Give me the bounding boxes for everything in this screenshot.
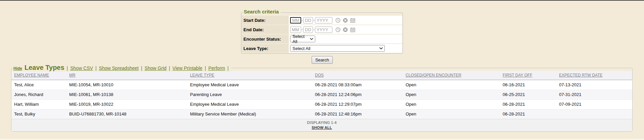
col-closed-open-encounter[interactable]: CLOSED/OPEN ENCOUNTER [403,71,500,80]
toolbar-separator: | [205,65,206,71]
start-date-year-input[interactable] [315,17,332,24]
cell-encounter: Open [403,109,500,119]
col-dos[interactable]: DOS [312,71,403,80]
cell-encounter: Open [403,80,500,90]
cell-employee-name: Jones, Richard [11,90,66,99]
leave-types-table: EMPLOYEE NAME MR LEAVE TYPE DOS CLOSED/O… [11,71,632,119]
leave-type-row: Leave Type: Select All [242,44,402,53]
start-date-label: Start Date: [242,16,289,25]
cell-expected-rtw [556,109,632,119]
leave-types-panel: Hide Leave Types | Show CSV | Show Sprea… [11,68,633,132]
end-date-month-input[interactable] [290,27,301,33]
table-footer: DISPLAYING 1-4 SHOW ALL [11,119,632,131]
cell-mr: BUID-U76881730, MR-10148 [66,109,187,119]
col-employee-name[interactable]: EMPLOYEE NAME [11,71,66,80]
cell-leave-type: Parenting Leave [187,90,312,99]
leave-types-title: Leave Types [25,64,64,72]
cell-employee-name: Test, Alice [11,80,66,90]
col-expected-rtw-date[interactable]: EXPECTED RTW DATE [556,71,632,80]
cell-employee-name: Test, Bulky [11,109,66,119]
show-spreadsheet-link[interactable]: Show Spreadsheet [99,65,139,71]
date-separator: - [302,18,303,22]
show-all-link[interactable]: SHOW ALL [312,126,332,130]
cell-encounter: Open [403,90,500,99]
cell-leave-type: Employee Medical Leave [187,80,312,90]
calendar-icon[interactable] [350,27,355,32]
date-separator: - [313,27,315,32]
cell-leave-type: Employee Medical Leave [187,99,312,109]
col-leave-type[interactable]: LEAVE TYPE [187,71,312,80]
search-criteria-fieldset: Search criteria Start Date: - - [241,12,403,54]
clear-icon[interactable] [343,18,348,23]
perform-link[interactable]: Perform [208,65,225,71]
leave-type-value: Select All [292,46,310,51]
show-csv-link[interactable]: Show CSV [70,65,93,71]
calendar-icon[interactable] [350,18,355,23]
col-first-day-off[interactable]: FIRST DAY OFF [500,71,556,80]
start-date-row: Start Date: - - [242,16,402,25]
start-date-day-input[interactable] [303,17,313,24]
toolbar-separator: | [95,65,97,71]
show-grid-link[interactable]: Show Grid [145,65,167,71]
encounter-status-label: Encounter Status: [242,35,289,43]
table-row[interactable]: Test, Alice MIE-10054, MR-10010 Employee… [11,80,632,90]
col-mr[interactable]: MR [66,71,187,80]
cell-first-day-off: 06-25-2021 [500,90,556,99]
leave-type-select[interactable]: Select All [290,45,385,52]
clock-icon[interactable] [335,27,340,32]
cell-dos: 06-28-2021 12:24:06pm [312,90,403,99]
cell-dos: 06-28-2021 08:33:00am [312,80,403,90]
end-date-year-input[interactable] [315,27,332,33]
cell-mr: MIE-10061, MR-10138 [66,90,187,99]
clear-icon[interactable] [343,27,348,32]
table-row[interactable]: Hart, William MIE-10019, MR-10022 Employ… [11,99,632,109]
toolbar-separator: | [227,65,229,71]
window-top-edge [0,0,644,1]
cell-first-day-off: 06-16-2021 [500,80,556,90]
view-printable-link[interactable]: View Printable [173,65,202,71]
table-header-row: EMPLOYEE NAME MR LEAVE TYPE DOS CLOSED/O… [11,71,632,80]
chevron-down-icon [379,47,383,49]
leave-types-toolbar: Hide Leave Types | Show CSV | Show Sprea… [12,64,231,72]
start-date-month-input[interactable] [290,17,301,24]
date-separator: - [302,27,303,32]
encounter-status-value: Select All [292,34,310,44]
search-button[interactable]: Search [312,56,333,64]
cell-leave-type: Military Service Member (Medical) [187,109,312,119]
table-row[interactable]: Test, Bulky BUID-U76881730, MR-10148 Mil… [11,109,632,119]
leave-type-label: Leave Type: [242,44,289,53]
search-criteria-legend: Search criteria [243,9,281,15]
hide-link[interactable]: Hide [13,66,22,71]
cell-mr: MIE-10054, MR-10010 [66,80,187,90]
cell-first-day-off: 06-28-2021 [500,99,556,109]
chevron-down-icon [310,38,313,40]
toolbar-separator: | [169,65,170,71]
encounter-status-select[interactable]: Select All [290,36,315,42]
encounter-status-row: Encounter Status: Select All [242,35,402,43]
clock-icon[interactable] [335,18,340,23]
toolbar-separator: | [141,65,142,71]
cell-mr: MIE-10019, MR-10022 [66,99,187,109]
cell-dos: 06-28-2021 12:29:07pm [312,99,403,109]
cell-first-day-off: 06-28-2021 [500,109,556,119]
toolbar-separator: | [67,65,68,71]
end-date-row: End Date: - - [242,25,402,34]
end-date-label: End Date: [242,25,289,34]
cell-employee-name: Hart, William [11,99,66,109]
table-row[interactable]: Jones, Richard MIE-10061, MR-10138 Paren… [11,90,632,99]
displaying-count: DISPLAYING 1-4 [11,121,632,125]
cell-dos: 06-28-2021 12:48:16pm [312,109,403,119]
end-date-day-input[interactable] [303,27,313,33]
cell-expected-rtw: 07-13-2021 [556,80,632,90]
cell-encounter: Open [403,99,500,109]
cell-expected-rtw: 07-09-2021 [556,99,632,109]
cell-expected-rtw: 07-31-2021 [556,90,632,99]
date-separator: - [313,18,315,22]
